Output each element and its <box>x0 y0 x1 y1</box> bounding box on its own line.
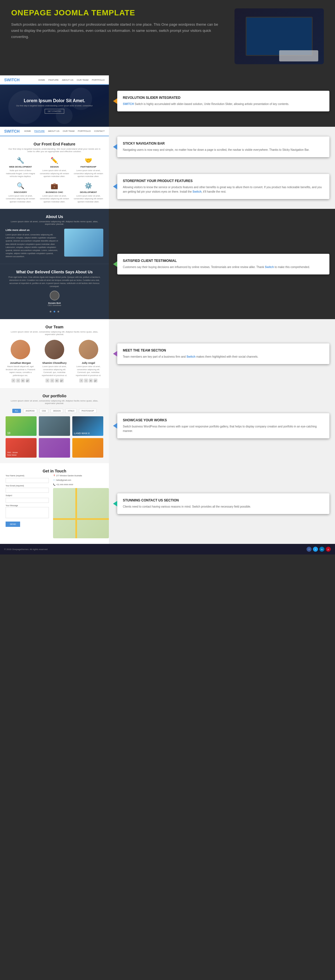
footer-copyright: © 2016 Onepagethemes. All rights reserve… <box>4 548 48 550</box>
li-icon-2[interactable]: in <box>55 379 59 382</box>
tw-icon-1[interactable]: t <box>16 379 20 382</box>
partnership-name: PARTNERSHIP <box>73 165 103 168</box>
portfolio-item-2[interactable] <box>39 416 70 436</box>
footer-pinterest[interactable]: p <box>326 547 331 552</box>
team-bio-1: Mauris blandit aliquet elit, eget tincid… <box>6 365 35 377</box>
revolution-panel-title: REVOLUTION SLIDER INTEGRATED <box>123 96 324 100</box>
about-body-text: Lorem ipsum dolor sit amet, consectetur … <box>6 233 60 258</box>
team-avatar-1 <box>11 340 30 360</box>
contact-content: Your Name (required) Your Email (require… <box>6 475 103 538</box>
team-avatar-3 <box>79 340 98 360</box>
gp-icon-3[interactable]: g+ <box>94 379 97 382</box>
pi-label-1: 10 <box>7 432 10 435</box>
portfolio-item-5[interactable] <box>39 438 70 458</box>
footer-twitter[interactable]: t <box>313 547 318 552</box>
dot-3[interactable] <box>57 311 59 312</box>
about-section: About Us Lorem ipsum dolor sit amet, con… <box>0 209 109 264</box>
development-text: Lorem ipsum dolor sit amet, consectetur … <box>73 195 103 204</box>
nav-logo: SWITCH <box>4 78 19 82</box>
fb-icon-1[interactable]: f <box>11 379 15 382</box>
site-footer: © 2016 Onepagethemes. All rights reserve… <box>0 544 335 555</box>
storefront-title: STOREFRONT YOUR PRODUCT FEATURES <box>123 179 324 183</box>
filter-photoshop[interactable]: PHOTOSHOP <box>79 409 97 413</box>
submit-button[interactable]: SEND <box>6 522 20 527</box>
dot-1[interactable] <box>50 311 51 312</box>
gp-icon-1[interactable]: g+ <box>26 379 30 382</box>
nav-feature[interactable]: FEATURE <box>48 79 59 81</box>
discovery-icon: 🔍 <box>6 182 35 189</box>
nav2-portfolio[interactable]: PORTFOLIO <box>78 130 91 133</box>
footer-facebook[interactable]: f <box>306 547 311 552</box>
nav2-team[interactable]: OUR TEAM <box>63 130 75 133</box>
showcase-panel-col: SHOWCASE YOUR WORKS Switch business Word… <box>109 388 335 463</box>
nav-team[interactable]: OUR TEAM <box>77 79 89 81</box>
nav-bar: SWITCH HOME FEATURE ABOUT US OUR TEAM PO… <box>0 75 109 85</box>
team-member-2: Shamim Chowdhury Lorem ipsum dolor sit a… <box>40 340 70 382</box>
testimonial-section: What Our Beloved Clients Says About Us P… <box>0 264 109 320</box>
nav2-home[interactable]: HOME <box>24 130 31 133</box>
nav-bar-2: SWITCH HOME FEATURE ABOUT US OUR TEAM PO… <box>0 127 109 136</box>
nav-home[interactable]: HOME <box>38 79 45 81</box>
subject-input[interactable] <box>6 498 49 503</box>
filter-css[interactable]: CSS <box>40 409 48 413</box>
dot-2[interactable] <box>54 311 55 312</box>
design-icon: ✏️ <box>40 157 70 164</box>
name-field: Your Name (required) <box>6 475 49 483</box>
nav-about[interactable]: ABOUT US <box>62 79 73 81</box>
showcase-text: Switch business WordPress theme comes wi… <box>123 425 324 433</box>
revolution-panel: REVOLUTION SLIDER INTEGRATED SWITCH Swit… <box>117 91 329 111</box>
name-label: Your Name (required) <box>6 475 49 477</box>
portfolio-section-wrapper: Our portfolio Lorem ipsum dolor sit amet… <box>0 388 335 463</box>
message-input[interactable] <box>6 507 49 518</box>
partnership-icon: 🤝 <box>73 157 103 164</box>
fb-icon-3[interactable]: f <box>79 379 83 382</box>
team-member-1: Jonathan Morgan Mauris blandit aliquet e… <box>6 340 35 382</box>
filter-android[interactable]: ANDROID <box>23 409 37 413</box>
portfolio-item-4[interactable]: VoU . knowhow lease <box>6 438 37 458</box>
showcase-panel: SHOWCASE YOUR WORKS Switch business Word… <box>117 413 329 438</box>
filter-html[interactable]: HTML5 <box>65 409 77 413</box>
fb-icon-2[interactable]: f <box>46 379 49 382</box>
testimonial-dots <box>6 309 103 313</box>
sticky-nav-title: STICKY NAVIGATION BAR <box>123 142 324 145</box>
development-name: DEVELOPMENT <box>73 191 103 194</box>
li-icon-3[interactable]: in <box>89 379 93 382</box>
gp-icon-2[interactable]: g+ <box>60 379 64 382</box>
tw-icon-2[interactable]: t <box>50 379 54 382</box>
nav2-feature[interactable]: FEATURE <box>34 130 44 133</box>
contact-right: 📍 277 Window Garden Australia ✉️ hello@g… <box>53 475 103 538</box>
footer-linkedin[interactable]: in <box>319 547 324 552</box>
tw-icon-3[interactable]: t <box>84 379 88 382</box>
contact-panel-text: Clients need to contact having various r… <box>123 504 324 509</box>
name-input[interactable] <box>6 478 49 483</box>
portfolio-item-3[interactable]: LAND MAN X <box>72 416 103 436</box>
nav-portfolio[interactable]: PORTFOLIO <box>92 79 105 81</box>
feature-partnership: 🤝 PARTNERSHIP Lorem ipsum dolor sit amet… <box>73 157 103 178</box>
portfolio-item-1[interactable]: 10 <box>6 416 37 436</box>
panel-arrow-storefront <box>113 184 117 189</box>
portfolio-subtitle: Lorem ipsum dolor sit amet, consectetur … <box>6 399 103 404</box>
nav2-contact[interactable]: CONTACT <box>94 130 105 133</box>
hero-preview: SWITCH HOME FEATURE ABOUT US OUR TEAM PO… <box>0 75 109 127</box>
nav-items-2: HOME FEATURE ABOUT US OUR TEAM PORTFOLIO… <box>24 130 105 133</box>
li-icon-1[interactable]: in <box>21 379 25 382</box>
discovery-name: DISCOVERY <box>6 191 35 194</box>
panel-arrow-blue <box>113 144 117 150</box>
development-icon: ⚙️ <box>73 182 103 189</box>
email-input[interactable] <box>6 488 49 493</box>
nav2-about[interactable]: ABOUT US <box>48 130 59 133</box>
portfolio-item-6[interactable] <box>72 438 103 458</box>
about-section-wrapper: About Us Lorem ipsum dolor sit amet, con… <box>0 209 335 319</box>
hero-subtitle: Our first step is targeted towards under… <box>16 105 93 107</box>
contact-title: Get in Touch <box>6 469 103 473</box>
feature-discovery: 🔍 DISCOVERY Lorem ipsum dolor sit amet, … <box>6 182 35 204</box>
hero-cta-button[interactable]: GET STARTED <box>44 109 64 114</box>
filter-design[interactable]: DESIGN <box>51 409 63 413</box>
filter-all[interactable]: ALL <box>12 409 21 413</box>
design-text: Lorem ipsum dolor sit amet, consectetur … <box>40 169 70 178</box>
about-little-title: Little more about us <box>6 229 60 231</box>
subject-label: Subject <box>6 495 49 496</box>
team-social-2: f t in g+ <box>40 379 70 382</box>
web-dev-text: Nulla quis lorem ut libero malesuada feu… <box>6 169 35 178</box>
team-panel: MEET THE TEAM SECTION Team members are k… <box>117 344 329 364</box>
